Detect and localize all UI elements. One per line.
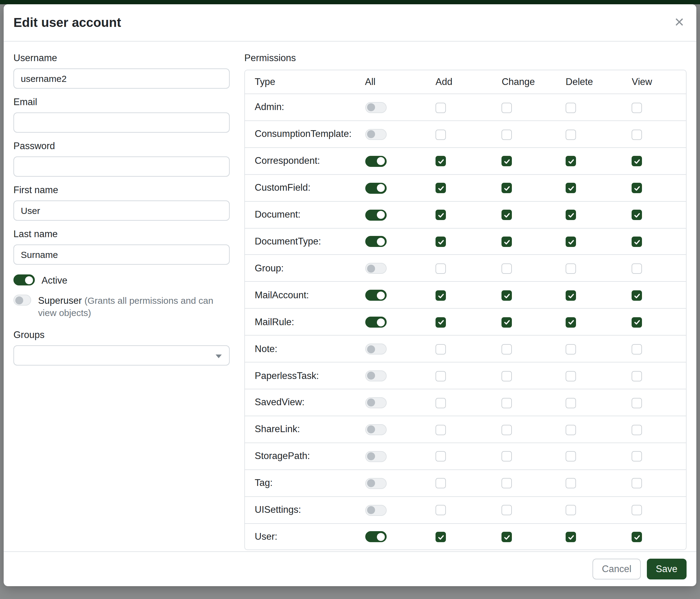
perm-view-checkbox[interactable]: [632, 532, 642, 542]
perm-delete-checkbox[interactable]: [566, 505, 576, 516]
perm-delete-checkbox[interactable]: [566, 425, 576, 435]
perm-view-checkbox[interactable]: [632, 398, 642, 408]
perm-add-checkbox[interactable]: [435, 129, 446, 140]
perm-add-checkbox[interactable]: [435, 102, 446, 113]
perm-view-checkbox[interactable]: [632, 156, 642, 167]
perm-add-checkbox[interactable]: [435, 210, 446, 220]
perm-view-checkbox[interactable]: [632, 210, 642, 220]
perm-add-checkbox[interactable]: [435, 237, 446, 247]
perm-delete-checkbox[interactable]: [566, 237, 576, 247]
perm-change-checkbox[interactable]: [502, 237, 512, 247]
perm-delete-checkbox[interactable]: [566, 290, 576, 301]
perm-change-checkbox[interactable]: [502, 263, 512, 274]
perm-delete-checkbox[interactable]: [566, 371, 576, 381]
close-icon[interactable]: ×: [672, 14, 686, 30]
active-toggle[interactable]: [14, 274, 35, 285]
perm-all-toggle[interactable]: [365, 263, 386, 274]
perm-add-checkbox[interactable]: [435, 183, 446, 193]
perm-change-checkbox[interactable]: [502, 451, 512, 462]
switch-knob: [367, 506, 375, 514]
perm-all-toggle[interactable]: [365, 343, 386, 355]
groups-select[interactable]: [14, 345, 230, 365]
perm-all-toggle[interactable]: [365, 505, 386, 516]
perm-change-checkbox[interactable]: [502, 129, 512, 140]
perm-all-toggle[interactable]: [365, 424, 386, 435]
perm-add-checkbox[interactable]: [435, 532, 446, 542]
perm-change-checkbox[interactable]: [502, 478, 512, 489]
perm-type-label: Admin:: [245, 94, 355, 121]
perm-view-checkbox[interactable]: [632, 371, 642, 381]
perm-add-checkbox[interactable]: [435, 290, 446, 301]
perm-delete-checkbox[interactable]: [566, 398, 576, 408]
perm-view-checkbox[interactable]: [632, 263, 642, 274]
perm-all-toggle[interactable]: [365, 209, 386, 220]
perm-add-checkbox[interactable]: [435, 317, 446, 328]
save-button[interactable]: Save: [647, 559, 686, 579]
perm-change-checkbox[interactable]: [502, 344, 512, 355]
cancel-button[interactable]: Cancel: [593, 559, 641, 579]
perm-change-checkbox[interactable]: [502, 371, 512, 381]
perm-delete-checkbox[interactable]: [566, 263, 576, 274]
perm-all-toggle[interactable]: [365, 236, 386, 247]
perm-change-checkbox[interactable]: [502, 156, 512, 167]
perm-add-checkbox[interactable]: [435, 505, 446, 516]
perm-view-checkbox[interactable]: [632, 102, 642, 113]
perm-view-checkbox[interactable]: [632, 425, 642, 435]
email-field[interactable]: [14, 113, 230, 133]
perm-delete-checkbox[interactable]: [566, 210, 576, 220]
perm-delete-checkbox[interactable]: [566, 156, 576, 167]
perm-view-checkbox[interactable]: [632, 183, 642, 193]
perm-all-toggle[interactable]: [365, 451, 386, 462]
perm-add-checkbox[interactable]: [435, 344, 446, 355]
last-name-input[interactable]: [14, 244, 230, 265]
perm-change-checkbox[interactable]: [502, 425, 512, 435]
perm-view-checkbox[interactable]: [632, 344, 642, 355]
perm-add-checkbox[interactable]: [435, 263, 446, 274]
perm-delete-checkbox[interactable]: [566, 451, 576, 462]
perm-view-checkbox[interactable]: [632, 290, 642, 301]
perm-view-checkbox[interactable]: [632, 317, 642, 328]
perm-all-toggle[interactable]: [365, 370, 386, 381]
perm-all-toggle[interactable]: [365, 183, 386, 193]
perm-delete-checkbox[interactable]: [566, 102, 576, 113]
perm-view-checkbox[interactable]: [632, 451, 642, 462]
perm-change-checkbox[interactable]: [502, 398, 512, 408]
perm-add-checkbox[interactable]: [435, 371, 446, 381]
perm-add-checkbox[interactable]: [435, 451, 446, 462]
perm-all-toggle[interactable]: [365, 317, 386, 328]
perm-type-label: Note:: [245, 335, 355, 362]
perm-change-checkbox[interactable]: [502, 505, 512, 516]
perm-add-checkbox[interactable]: [435, 425, 446, 435]
perm-delete-checkbox[interactable]: [566, 344, 576, 355]
perm-delete-checkbox[interactable]: [566, 183, 576, 193]
perm-view-checkbox[interactable]: [632, 505, 642, 516]
perm-all-toggle[interactable]: [365, 397, 386, 408]
first-name-input[interactable]: [14, 200, 230, 221]
perm-delete-checkbox[interactable]: [566, 478, 576, 489]
perm-delete-checkbox[interactable]: [566, 129, 576, 140]
perm-all-toggle[interactable]: [365, 102, 386, 113]
perm-change-checkbox[interactable]: [502, 210, 512, 220]
perm-delete-checkbox[interactable]: [566, 532, 576, 542]
perm-view-checkbox[interactable]: [632, 478, 642, 489]
perm-type-label: Group:: [245, 255, 355, 282]
perm-all-toggle[interactable]: [365, 478, 386, 489]
superuser-toggle[interactable]: [14, 295, 31, 306]
perm-delete-checkbox[interactable]: [566, 317, 576, 328]
perm-all-toggle[interactable]: [365, 290, 386, 301]
perm-add-checkbox[interactable]: [435, 398, 446, 408]
perm-view-checkbox[interactable]: [632, 237, 642, 247]
perm-change-checkbox[interactable]: [502, 102, 512, 113]
perm-change-checkbox[interactable]: [502, 532, 512, 542]
perm-add-checkbox[interactable]: [435, 478, 446, 489]
perm-all-toggle[interactable]: [365, 531, 386, 543]
perm-all-toggle[interactable]: [365, 129, 386, 140]
username-input[interactable]: [14, 69, 230, 89]
perm-change-checkbox[interactable]: [502, 290, 512, 301]
perm-change-checkbox[interactable]: [502, 183, 512, 193]
password-field[interactable]: [14, 157, 230, 177]
perm-all-toggle[interactable]: [365, 155, 386, 167]
perm-change-checkbox[interactable]: [502, 317, 512, 328]
perm-add-checkbox[interactable]: [435, 156, 446, 167]
perm-view-checkbox[interactable]: [632, 129, 642, 140]
